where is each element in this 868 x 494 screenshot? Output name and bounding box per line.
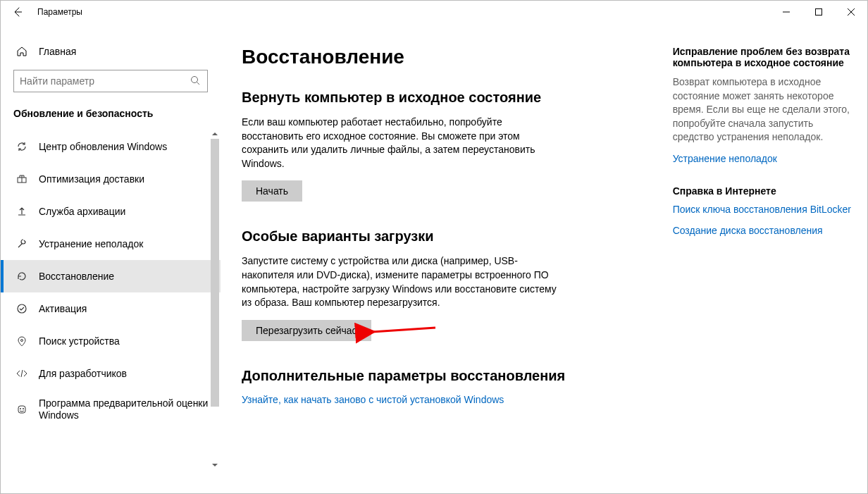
bitlocker-key-link[interactable]: Поиск ключа восстановления BitLocker <box>673 204 853 215</box>
aside-column: Исправление проблем без возврата компьют… <box>673 46 853 493</box>
sidebar-item-label: Поиск устройства <box>39 335 120 347</box>
svg-point-11 <box>23 408 24 409</box>
sidebar-item-activation[interactable]: Активация <box>1 292 221 325</box>
page-title: Восстановление <box>242 46 659 68</box>
minimize-icon <box>783 8 790 16</box>
check-circle-icon <box>16 303 27 314</box>
aside-fix-block: Исправление проблем без возврата компьют… <box>673 46 853 164</box>
svg-line-12 <box>372 328 435 332</box>
svg-point-7 <box>18 304 26 313</box>
search-box[interactable] <box>13 70 208 92</box>
wrench-icon <box>16 238 27 249</box>
code-icon <box>16 368 27 379</box>
sidebar: Главная Обновление и безопасность Центр … <box>1 23 221 493</box>
advanced-startup-desc: Запустите систему с устройства или диска… <box>242 254 566 309</box>
recovery-drive-link[interactable]: Создание диска восстановления <box>673 225 853 236</box>
search-icon <box>190 75 202 87</box>
svg-line-5 <box>197 82 200 85</box>
svg-rect-1 <box>816 9 822 16</box>
scroll-down-arrow-icon <box>209 462 221 469</box>
settings-window: Параметры Главная Обновление и бе <box>0 0 868 494</box>
advanced-startup-group: Особые варианты загрузки Запустите систе… <box>242 228 566 340</box>
sidebar-item-label: Устранение неполадок <box>39 238 143 249</box>
sidebar-item-label: Оптимизация доставки <box>39 173 144 185</box>
maximize-button[interactable] <box>802 1 835 23</box>
reset-pc-group: Вернуть компьютер в исходное состояние Е… <box>242 89 566 202</box>
home-label: Главная <box>39 46 76 57</box>
sidebar-item-label: Служба архивации <box>39 206 125 217</box>
sidebar-item-insider[interactable]: Программа предварительной оценки Windows <box>1 390 221 429</box>
sidebar-item-find-device[interactable]: Поиск устройства <box>1 325 221 357</box>
svg-point-8 <box>21 340 23 342</box>
restart-now-button[interactable]: Перезагрузить сейчас <box>242 320 371 341</box>
svg-point-10 <box>20 408 21 409</box>
sidebar-scrollbar[interactable] <box>209 130 221 469</box>
reset-pc-heading: Вернуть компьютер в исходное состояние <box>242 89 566 106</box>
maximize-icon <box>815 8 822 16</box>
titlebar: Параметры <box>1 1 867 23</box>
home-link[interactable]: Главная <box>1 37 221 66</box>
reset-start-button[interactable]: Начать <box>242 180 302 202</box>
sidebar-item-recovery[interactable]: Восстановление <box>1 260 221 292</box>
aside-help-heading: Справка в Интернете <box>673 185 853 197</box>
sidebar-item-windows-update[interactable]: Центр обновления Windows <box>1 130 221 163</box>
fresh-start-link[interactable]: Узнайте, как начать заново с чистой уста… <box>242 394 504 405</box>
back-button[interactable] <box>1 1 35 23</box>
aside-fix-text: Возврат компьютера в исходное состояние … <box>673 75 853 144</box>
svg-point-4 <box>192 76 198 82</box>
sidebar-item-label: Для разработчиков <box>39 368 127 379</box>
annotation-arrow-icon <box>361 322 439 339</box>
scroll-up-arrow-icon <box>209 130 221 137</box>
recovery-icon <box>16 271 27 282</box>
reset-pc-desc: Если ваш компьютер работает нестабильно,… <box>242 116 566 171</box>
sidebar-item-delivery-optimization[interactable]: Оптимизация доставки <box>1 163 221 195</box>
aside-fix-heading: Исправление проблем без возврата компьют… <box>673 46 853 68</box>
aside-help-block: Справка в Интернете Поиск ключа восстано… <box>673 185 853 236</box>
minimize-button[interactable] <box>770 1 802 23</box>
delivery-icon <box>16 173 27 185</box>
close-icon <box>848 8 855 16</box>
insider-icon <box>16 404 27 415</box>
main-column: Восстановление Вернуть компьютер в исход… <box>242 46 659 493</box>
sync-icon <box>16 141 27 152</box>
advanced-startup-heading: Особые варианты загрузки <box>242 228 566 245</box>
upload-icon <box>16 206 27 217</box>
sidebar-item-developers[interactable]: Для разработчиков <box>1 357 221 390</box>
sidebar-item-label: Программа предварительной оценки Windows <box>39 397 221 421</box>
sidebar-item-label: Восстановление <box>39 271 114 282</box>
arrow-left-icon <box>13 7 23 17</box>
more-recovery-group: Дополнительные параметры восстановления … <box>242 368 566 405</box>
window-title: Параметры <box>35 7 82 17</box>
more-recovery-heading: Дополнительные параметры восстановления <box>242 368 566 384</box>
sidebar-section-title: Обновление и безопасность <box>1 92 221 123</box>
sidebar-item-label: Центр обновления Windows <box>39 141 167 152</box>
home-icon <box>16 46 27 57</box>
troubleshoot-link[interactable]: Устранение неполадок <box>673 153 853 164</box>
search-input[interactable] <box>20 75 190 87</box>
sidebar-item-backup[interactable]: Служба архивации <box>1 195 221 228</box>
location-icon <box>16 335 27 347</box>
sidebar-nav: Центр обновления Windows Оптимизация дос… <box>1 130 221 469</box>
sidebar-item-label: Активация <box>39 303 87 314</box>
close-button[interactable] <box>835 1 867 23</box>
sidebar-item-troubleshoot[interactable]: Устранение неполадок <box>1 228 221 260</box>
content-area: Восстановление Вернуть компьютер в исход… <box>221 23 867 493</box>
scrollbar-thumb[interactable] <box>211 139 219 407</box>
